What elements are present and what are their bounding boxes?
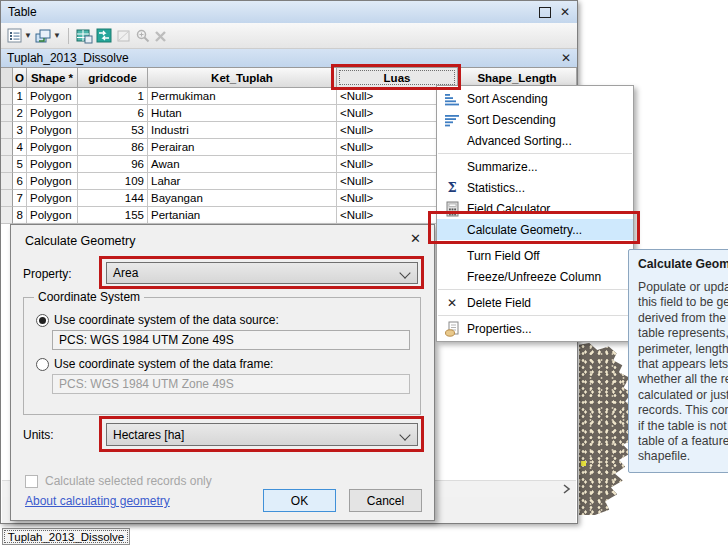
menu-item-calculate-geometry[interactable]: Calculate Geometry... [437,219,633,240]
scroll-right-icon[interactable] [560,482,574,496]
menu-item-advanced-sorting[interactable]: Advanced Sorting... [437,130,633,151]
row-selector[interactable] [1,190,13,207]
map-yellow-patch [581,461,586,466]
field-context-menu: Sort Ascending Sort Descending Advanced … [436,85,634,342]
property-label: Property: [23,267,72,281]
row-selector[interactable] [1,88,13,105]
sheet-title: Tuplah_2013_Dissolve [7,51,129,65]
ok-button[interactable]: OK [263,489,336,512]
clear-selection-icon[interactable] [116,28,132,44]
chevron-down-icon [399,429,410,440]
radio-data-frame[interactable] [36,358,49,371]
sheet-titlebar: Tuplah_2013_Dissolve ✕ [1,49,577,67]
zoom-to-selected-icon[interactable] [135,28,151,44]
coordinate-system-group: Coordinate System Use coordinate system … [23,297,421,415]
dropdown-arrow-icon: ▼ [24,31,32,40]
column-header-ket-tuplah[interactable]: Ket_Tuplah [148,68,337,88]
menu-item-sort-ascending[interactable]: Sort Ascending [437,88,633,109]
maximize-icon[interactable] [539,7,551,18]
property-dropdown[interactable]: Area [106,262,418,284]
source-pcs-field[interactable]: PCS: WGS 1984 UTM Zone 49S [52,330,410,350]
sheet-close-icon[interactable]: ✕ [561,52,571,64]
selected-records-checkbox [25,475,38,488]
row-selector[interactable] [1,105,13,122]
table-tab[interactable]: Tuplah_2013_Dissolve [2,528,130,545]
radio-data-source[interactable] [36,314,49,327]
row-selector[interactable] [1,139,13,156]
statistics-icon: Σ [437,180,467,195]
menu-separator [438,315,632,316]
sort-ascending-icon [437,91,467,107]
chevron-down-icon [399,267,410,278]
toolbar-separator [68,28,69,44]
delete-selected-icon[interactable] [154,28,168,44]
menu-item-delete-field[interactable]: ✕ Delete Field [437,292,633,313]
units-value: Hectares [ha] [113,428,184,442]
menu-item-turn-field-off[interactable]: Turn Field Off [437,245,633,266]
units-dropdown[interactable]: Hectares [ha] [106,423,418,446]
field-calculator-icon [437,201,467,217]
window-title: Table [8,5,37,19]
row-selector[interactable] [1,122,13,139]
menu-item-summarize[interactable]: Summarize... [437,156,633,177]
radio-data-source-label: Use coordinate system of the data source… [54,313,279,327]
dialog-title: Calculate Geometry [25,234,135,248]
row-selector[interactable] [1,156,13,173]
coordinate-system-group-label: Coordinate System [34,290,144,304]
close-icon[interactable]: ✕ [560,6,570,18]
dialog-close-icon[interactable]: ✕ [410,231,421,246]
selected-records-label: Calculate selected records only [45,474,212,488]
menu-separator [438,242,632,243]
dropdown-arrow-icon: ▼ [53,31,61,40]
properties-icon [437,321,467,337]
column-header-objectid[interactable]: O [13,68,27,88]
tooltip-title: Calculate Geometry [638,257,728,271]
cancel-button[interactable]: Cancel [349,489,422,512]
table-tab-label: Tuplah_2013_Dissolve [8,531,125,543]
delete-field-icon: ✕ [437,296,467,310]
menu-separator [438,289,632,290]
column-header-shape[interactable]: Shape * [27,68,78,88]
menu-item-field-calculator[interactable]: Field Calculator... [437,198,633,219]
table-toolbar: ▼ ▼ [1,23,577,49]
arcmap-screenshot: Table ✕ ▼ ▼ [0,0,728,546]
select-highlighted-icon[interactable] [76,28,93,44]
header-gutter [1,68,13,88]
calculate-geometry-dialog: Calculate Geometry ✕ Property: Area Coor… [10,224,435,521]
menu-separator [438,153,632,154]
related-tables-icon[interactable]: ▼ [35,28,61,44]
table-options-icon[interactable]: ▼ [7,28,32,44]
sort-descending-icon [437,112,467,128]
row-selector[interactable] [1,173,13,190]
units-label: Units: [23,428,54,442]
row-selector[interactable] [1,207,13,224]
window-titlebar: Table ✕ [1,1,577,23]
menu-item-sort-descending[interactable]: Sort Descending [437,109,633,130]
radio-data-frame-label: Use coordinate system of the data frame: [54,357,273,371]
about-calculating-geometry-link[interactable]: About calculating geometry [25,494,170,508]
menu-item-statistics[interactable]: Σ Statistics... [437,177,633,198]
menu-item-properties[interactable]: Properties... [437,318,633,339]
menu-item-freeze-unfreeze-column[interactable]: Freeze/Unfreeze Column [437,266,633,287]
frame-pcs-field: PCS: WGS 1984 UTM Zone 49S [52,374,410,394]
switch-selection-icon[interactable] [96,28,113,44]
column-header-gridcode[interactable]: gridcode [78,68,148,88]
property-value: Area [113,266,138,280]
calculate-geometry-tooltip: Calculate Geometry Populate or update th… [628,249,728,473]
